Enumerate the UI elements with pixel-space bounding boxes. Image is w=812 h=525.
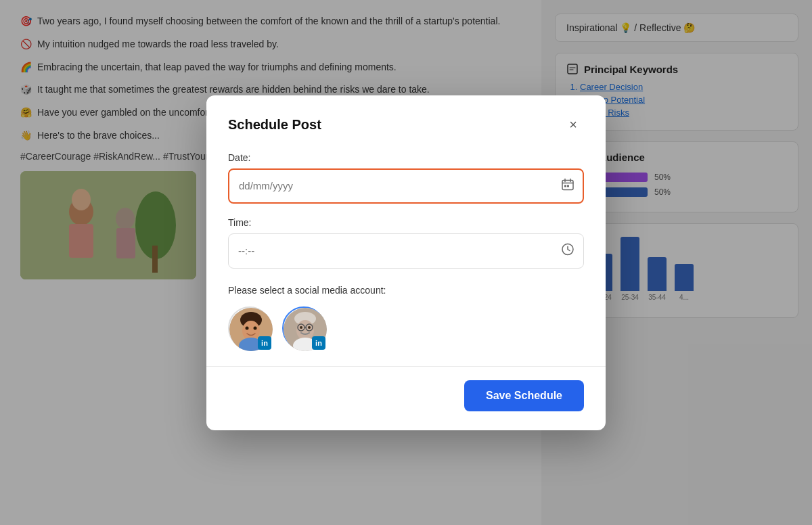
modal-divider bbox=[206, 366, 606, 367]
modal-close-button[interactable]: × bbox=[562, 114, 584, 136]
svg-point-24 bbox=[300, 326, 302, 329]
time-input-wrapper bbox=[228, 233, 584, 269]
save-schedule-button[interactable]: Save Schedule bbox=[464, 380, 584, 411]
social-accounts-list: in bbox=[228, 306, 584, 350]
social-account-1[interactable]: in bbox=[228, 306, 271, 350]
modal-header: Schedule Post × bbox=[228, 114, 584, 136]
date-field-label: Date: bbox=[228, 152, 584, 163]
linkedin-badge-1: in bbox=[258, 336, 271, 350]
schedule-post-modal: Schedule Post × Date: Time: bbox=[206, 95, 606, 430]
date-input[interactable] bbox=[228, 168, 584, 204]
modal-overlay[interactable]: Schedule Post × Date: Time: bbox=[0, 0, 812, 525]
social-account-2[interactable]: in bbox=[282, 306, 325, 350]
svg-point-25 bbox=[308, 326, 311, 329]
time-input[interactable] bbox=[228, 233, 584, 269]
time-field-label: Time: bbox=[228, 217, 584, 228]
svg-point-17 bbox=[254, 326, 257, 329]
modal-footer: Save Schedule bbox=[228, 380, 584, 411]
social-media-label: Please select a social media account: bbox=[228, 285, 584, 296]
modal-title: Schedule Post bbox=[228, 117, 321, 133]
svg-point-16 bbox=[246, 326, 249, 329]
linkedin-badge-2: in bbox=[312, 336, 325, 350]
date-input-wrapper bbox=[228, 168, 584, 204]
